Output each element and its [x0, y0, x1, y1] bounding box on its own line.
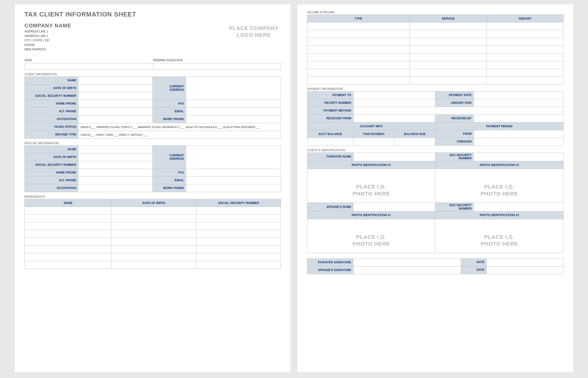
spouse-dob-label: DATE OF BIRTH: [25, 153, 78, 161]
taxpayer-photo2-header: PHOTO IDENTIFICATION #2: [435, 161, 563, 169]
spouse-ssn-input[interactable]: [78, 161, 153, 169]
table-row: [307, 61, 563, 69]
spouse-ssn2-label: SOC SECURITY NUMBER: [435, 203, 474, 211]
spouse-sig-input[interactable]: [353, 266, 461, 274]
taxpayer-sig-date-label: DATE: [461, 258, 487, 266]
received-from-input[interactable]: [353, 115, 435, 122]
payment-to-input[interactable]: [353, 92, 435, 99]
page-1: TAX CLIENT INFORMATION SHEET COMPANY NAM…: [15, 4, 291, 372]
address-phone: PHONE: [25, 43, 71, 47]
client-address-input[interactable]: [186, 77, 281, 100]
spouse-photo2-box[interactable]: PLACE I.D.PHOTO HERE: [435, 219, 563, 253]
client-altphone-label: ALT. PHONE: [25, 108, 78, 115]
signature-table: TAXPAYER SIGNATURE DATE SPOUSE'S SIGNATU…: [307, 258, 563, 274]
client-occupation-input[interactable]: [78, 115, 153, 123]
spouse-photo2-header: PHOTO IDENTIFICATION #2: [435, 211, 563, 219]
payment-date-input[interactable]: [474, 92, 563, 99]
spouse-dob-input[interactable]: [78, 153, 153, 161]
spouse-sig-date-label: DATE: [461, 266, 487, 274]
table-row: [25, 253, 281, 261]
table-row: [25, 246, 281, 253]
address-web: WEB ADDRESS: [25, 47, 71, 52]
section-payment: PAYMENT INFORMATION: [307, 87, 563, 91]
spouse-fax-input[interactable]: [186, 169, 281, 177]
period-through-input[interactable]: [474, 138, 563, 146]
spouse-altphone-input[interactable]: [78, 177, 153, 184]
document-title: TAX CLIENT INFORMATION SHEET: [25, 11, 281, 18]
associate-label: TENDING ASSOCIATE: [153, 57, 281, 63]
spouse-name2-input[interactable]: [353, 203, 435, 211]
receipt-number-input[interactable]: [353, 99, 435, 107]
table-row: [307, 77, 563, 84]
logo-placeholder: PLACE COMPANY LOGO HERE: [229, 23, 281, 38]
balance-due-header: BALANCE DUE: [394, 130, 435, 138]
client-fax-input[interactable]: [186, 100, 281, 108]
balance-due-input[interactable]: [394, 138, 435, 146]
client-dob-label: DATE OF BIRTH: [25, 84, 78, 92]
income-amount-header: AMOUNT: [487, 15, 563, 23]
client-name-input[interactable]: [78, 77, 153, 84]
table-row: [307, 30, 563, 38]
period-from-input[interactable]: [474, 130, 563, 138]
client-workphone-input[interactable]: [186, 115, 281, 123]
filing-status-options[interactable]: SINGLE___ MARRIED FILING JOINTLY___ MARR…: [78, 123, 281, 131]
taxpayer-ssn-input[interactable]: [474, 153, 563, 161]
payment-table: PAYMENT TO PAYMENT DATE RECEIPT NUMBER A…: [307, 91, 563, 146]
spouse-ssn2-input[interactable]: [474, 203, 563, 211]
spouse-workphone-input[interactable]: [186, 184, 281, 192]
taxpayer-ssn-label: SOC SECURITY NUMBER: [435, 153, 474, 161]
client-name-label: NAME: [25, 77, 78, 84]
spouse-sig-date-input[interactable]: [487, 266, 563, 274]
spouse-name-input[interactable]: [78, 146, 153, 153]
payment-method-label: PAYMENT METHOD: [307, 107, 354, 115]
client-info-table: NAME CURRENT ADDRESS DATE OF BIRTH SOCIA…: [25, 77, 281, 139]
taxpayer-photo2-box[interactable]: PLACE I.D.PHOTO HERE: [435, 169, 563, 203]
address-line-2: ADDRESS LINE 2: [25, 34, 71, 39]
spouse-fax-label: FAX: [153, 169, 186, 177]
client-email-input[interactable]: [186, 108, 281, 115]
filing-status-label: FILING STATUS: [25, 123, 78, 131]
section-client-id: CLIENT'S IDENTIFICATION: [307, 148, 563, 152]
taxpayer-sig-input[interactable]: [353, 258, 461, 266]
date-input[interactable]: [25, 63, 153, 70]
refund-type-label: REFUND TYPE: [25, 131, 78, 139]
client-altphone-input[interactable]: [78, 108, 153, 115]
taxpayer-name-input[interactable]: [353, 153, 435, 161]
address-line-1: ADDRESS LINE 1: [25, 29, 71, 34]
table-row: [307, 38, 563, 46]
section-client-info: CLIENT INFORMATION: [25, 73, 281, 76]
client-homephone-input[interactable]: [78, 100, 153, 108]
client-fax-label: FAX: [153, 100, 186, 108]
client-ssn-input[interactable]: [78, 92, 153, 100]
client-email-label: EMAIL: [153, 108, 186, 115]
acct-balance-input[interactable]: [307, 138, 354, 146]
taxpayer-name-label: TAXPAYER NAME: [307, 153, 354, 161]
table-row: [307, 46, 563, 54]
taxpayer-sig-date-input[interactable]: [487, 258, 563, 266]
refund-type-options[interactable]: CHECK___ DEBIT CARD___ DIRECT DEPOSIT___: [78, 131, 281, 139]
spouse-homephone-label: HOME PHONE: [25, 169, 78, 177]
dep-dob-header: DATE OF BIRTH: [112, 199, 196, 207]
dep-name-header: NAME: [25, 199, 112, 207]
associate-input[interactable]: [153, 63, 281, 70]
spouse-homephone-input[interactable]: [78, 169, 153, 177]
spouse-address-input[interactable]: [186, 146, 281, 169]
taxpayer-photo1-box[interactable]: PLACE I.D.PHOTO HERE: [307, 169, 435, 203]
payment-method-input[interactable]: [353, 107, 563, 115]
dep-ssn-header: SOCIAL SECURITY NUMBER: [196, 199, 281, 207]
date-label: DATE: [25, 57, 153, 63]
income-table: TYPE SERVICE AMOUNT: [307, 14, 563, 84]
spouse-occupation-input[interactable]: [78, 184, 153, 192]
client-dob-input[interactable]: [78, 84, 153, 92]
spouse-workphone-label: WORK PHONE: [153, 184, 186, 192]
spouse-email-label: EMAIL: [153, 177, 186, 184]
section-income: INCOME STREAMS: [307, 11, 563, 14]
this-payment-header: THIS PAYMENT: [353, 130, 394, 138]
section-spouse-info: SPOUSE INFORMATION: [25, 142, 281, 145]
spouse-photo1-box[interactable]: PLACE I.D.PHOTO HERE: [307, 219, 435, 253]
this-payment-input[interactable]: [353, 138, 394, 146]
received-by-input[interactable]: [474, 115, 563, 122]
amount-paid-input[interactable]: [474, 99, 563, 107]
acct-balance-header: ACCT BALANCE: [307, 130, 354, 138]
spouse-email-input[interactable]: [186, 177, 281, 184]
